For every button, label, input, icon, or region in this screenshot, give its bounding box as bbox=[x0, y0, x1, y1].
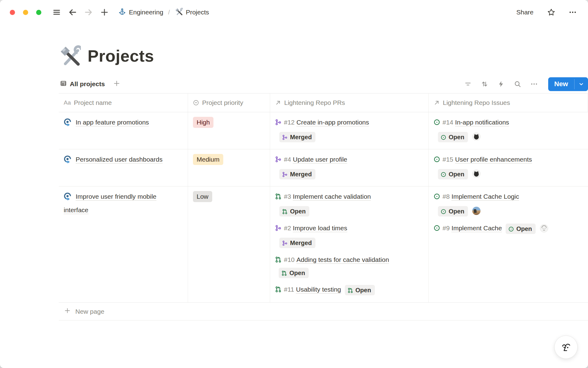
git-merge-icon bbox=[275, 117, 281, 129]
share-button[interactable]: Share bbox=[514, 7, 536, 17]
plus-icon bbox=[64, 307, 71, 316]
project-page-link[interactable]: Improve user friendly mobile interface bbox=[64, 193, 156, 214]
priority-cell[interactable]: Medium bbox=[188, 149, 270, 186]
pr-item: #4Update user profile Merged bbox=[275, 154, 424, 180]
pr-link[interactable]: Implement cache validation bbox=[293, 193, 371, 201]
pr-number: #12 bbox=[284, 119, 295, 126]
priority-cell[interactable]: Low bbox=[188, 186, 270, 302]
prs-cell[interactable]: #4Update user profile Merged bbox=[270, 149, 429, 186]
git-pull-request-icon bbox=[275, 255, 281, 266]
pr-status-pill: Merged bbox=[279, 132, 315, 142]
table-row: Personalized user dashboards Medium #4Up… bbox=[59, 149, 588, 186]
pr-number: #4 bbox=[284, 156, 291, 163]
pr-link[interactable]: Improve load times bbox=[293, 224, 347, 232]
issue-number: #8 bbox=[443, 193, 450, 200]
git-pull-request-icon bbox=[281, 268, 287, 278]
project-spinner-icon bbox=[64, 155, 72, 167]
project-name-cell[interactable]: Personalized user dashboards bbox=[59, 149, 188, 186]
pr-number: #10 bbox=[284, 256, 295, 263]
notion-ai-button[interactable] bbox=[554, 335, 578, 359]
issue-item: #8Implement Cache Logic Open bbox=[434, 191, 583, 217]
notion-ai-face-icon bbox=[560, 341, 572, 353]
hammer-wrench-icon bbox=[59, 45, 81, 67]
pr-item: #10Adding tests for cache validationOpen bbox=[275, 254, 419, 278]
issue-link[interactable]: Implement Cache bbox=[451, 224, 502, 232]
hammer-wrench-icon bbox=[175, 8, 183, 17]
priority-pill-low: Low bbox=[193, 191, 212, 202]
more-options-icon[interactable] bbox=[567, 6, 579, 18]
column-header-project-name[interactable]: Aa Project name bbox=[59, 94, 188, 112]
avatar bbox=[472, 170, 481, 178]
search-icon[interactable] bbox=[511, 78, 524, 90]
pr-link[interactable]: Usability testing bbox=[296, 286, 341, 293]
prs-cell[interactable]: #3Implement cache validation Open #2Impr… bbox=[270, 186, 429, 302]
new-page-row[interactable]: New page bbox=[59, 303, 588, 320]
issue-open-icon bbox=[441, 206, 446, 216]
project-name-cell[interactable]: In app feature promotions bbox=[59, 112, 188, 149]
new-button-label[interactable]: New bbox=[548, 77, 574, 91]
chevron-down-icon[interactable] bbox=[575, 77, 588, 91]
issue-item: #14In-app notifications Open bbox=[434, 117, 583, 143]
issues-cell[interactable]: #14In-app notifications Open bbox=[429, 112, 588, 149]
git-pull-request-icon bbox=[275, 285, 281, 296]
issue-number: #14 bbox=[443, 119, 453, 126]
column-header-project-priority[interactable]: Project priority bbox=[188, 94, 270, 112]
column-header-lightening-repo-issues[interactable]: Lightening Repo Issues bbox=[429, 94, 588, 112]
issues-cell[interactable]: #8Implement Cache Logic Open #9Implement… bbox=[429, 186, 588, 302]
issue-open-icon bbox=[508, 224, 514, 234]
issue-item: #9Implement CacheOpen bbox=[434, 222, 583, 235]
issue-link[interactable]: User profile enhancements bbox=[455, 156, 532, 163]
breadcrumb-item-projects[interactable]: Projects bbox=[172, 6, 212, 18]
avatar bbox=[472, 132, 481, 141]
breadcrumb-separator: / bbox=[166, 9, 172, 16]
add-view-plus-icon[interactable] bbox=[113, 79, 121, 89]
project-page-link[interactable]: In app feature promotions bbox=[76, 119, 149, 126]
breadcrumb-label: Engineering bbox=[129, 9, 163, 16]
back-arrow-icon[interactable] bbox=[66, 6, 79, 18]
issues-cell[interactable]: #15User profile enhancements Open bbox=[429, 149, 588, 186]
text-type-icon: Aa bbox=[64, 97, 71, 109]
zoom-window-button[interactable] bbox=[36, 10, 41, 15]
sidebar-menu-icon[interactable] bbox=[51, 6, 63, 18]
pr-link[interactable]: Adding tests for cache validation bbox=[296, 256, 389, 264]
column-label: Project priority bbox=[202, 97, 243, 109]
pr-link[interactable]: Create in-app promotions bbox=[296, 119, 369, 126]
new-tab-plus-icon[interactable] bbox=[98, 6, 111, 18]
favorite-star-icon[interactable] bbox=[545, 6, 557, 18]
database-view-bar: All projects New bbox=[59, 75, 588, 93]
prs-cell[interactable]: #12Create in-app promotions Merged bbox=[270, 112, 429, 149]
window-controls bbox=[10, 10, 41, 15]
project-name-cell[interactable]: Improve user friendly mobile interface bbox=[59, 186, 188, 302]
sort-icon[interactable] bbox=[478, 78, 491, 90]
issue-status-pill: Open bbox=[438, 206, 468, 217]
pr-status-pill: Open bbox=[279, 206, 309, 217]
git-pull-request-icon bbox=[282, 206, 288, 216]
git-merge-icon bbox=[282, 169, 288, 179]
pr-number: #2 bbox=[284, 224, 291, 232]
column-label: Lightening Repo Issues bbox=[443, 97, 510, 109]
new-record-button[interactable]: New bbox=[548, 77, 588, 91]
issue-open-icon bbox=[434, 117, 440, 129]
forward-arrow-icon[interactable] bbox=[82, 6, 95, 18]
breadcrumb-item-engineering[interactable]: Engineering bbox=[116, 7, 166, 18]
column-header-lightening-repo-prs[interactable]: Lightening Repo PRs bbox=[270, 94, 429, 112]
priority-pill-high: High bbox=[193, 117, 213, 128]
pr-link[interactable]: Update user profile bbox=[293, 156, 347, 163]
priority-pill-medium: Medium bbox=[193, 154, 223, 165]
git-pull-request-icon bbox=[275, 192, 281, 203]
close-window-button[interactable] bbox=[10, 10, 15, 15]
issue-link[interactable]: Implement Cache Logic bbox=[451, 193, 519, 201]
priority-cell[interactable]: High bbox=[188, 112, 270, 149]
project-page-link[interactable]: Personalized user dashboards bbox=[76, 156, 163, 163]
issue-link[interactable]: In-app notifications bbox=[455, 119, 509, 126]
view-tab-all-projects[interactable]: All projects bbox=[59, 78, 106, 90]
git-merge-icon bbox=[282, 238, 288, 248]
minimize-window-button[interactable] bbox=[23, 10, 28, 15]
arrow-up-right-icon bbox=[275, 100, 281, 106]
project-spinner-icon bbox=[64, 192, 72, 204]
issue-open-icon bbox=[441, 169, 446, 179]
new-page-label: New page bbox=[75, 308, 104, 315]
filter-icon[interactable] bbox=[462, 78, 474, 90]
view-options-ellipsis-icon[interactable] bbox=[528, 78, 540, 90]
automation-lightning-icon[interactable] bbox=[495, 78, 507, 90]
